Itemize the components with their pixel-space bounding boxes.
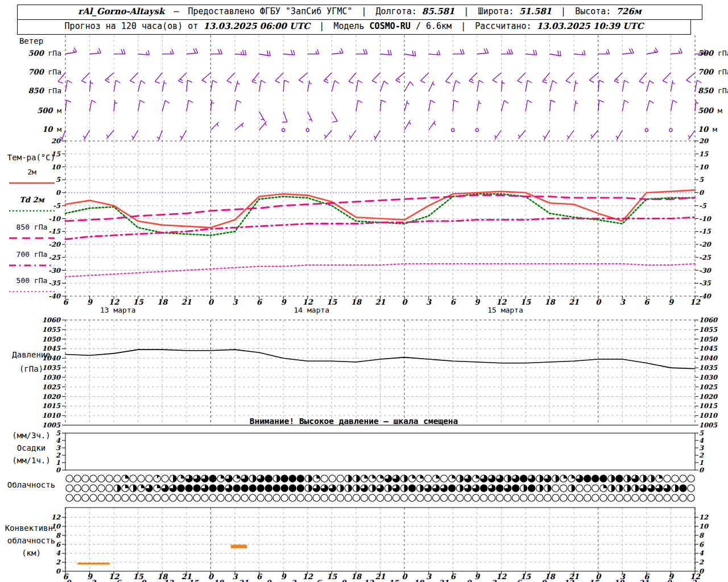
cloud-cover-fill bbox=[348, 485, 351, 492]
barb-feather bbox=[363, 49, 365, 55]
cloud-cover-fill bbox=[133, 485, 136, 492]
barb-half-feather bbox=[407, 103, 409, 105]
cloud-cover-circle bbox=[432, 494, 439, 501]
barb-feather bbox=[179, 81, 183, 83]
cloud-cover-fill bbox=[600, 475, 607, 482]
cloud-cover-circle bbox=[592, 485, 599, 492]
barb-staff bbox=[671, 53, 682, 54]
barb-feather bbox=[396, 80, 400, 83]
barb-staff bbox=[445, 73, 453, 81]
cloud-cover-fill bbox=[635, 485, 639, 492]
cloud-cover-circle bbox=[440, 494, 447, 501]
cloud-cover-circle bbox=[209, 494, 216, 501]
cloud-cover-fill bbox=[659, 475, 663, 479]
wind-barbs-row-3 bbox=[65, 80, 701, 92]
cloud-cover-fill bbox=[357, 485, 360, 492]
precip-unit-1h-label: (мм/1ч.) bbox=[1, 456, 61, 465]
cloud-cover-circle bbox=[66, 494, 73, 501]
barb-half-feather bbox=[73, 50, 75, 52]
barb-staff bbox=[695, 80, 697, 92]
barb-feather bbox=[358, 100, 362, 103]
barb-half-feather bbox=[340, 51, 341, 53]
barb-staff bbox=[65, 80, 68, 92]
forecast-header: Прогноз на 120 часа(ов) от 13.03.2025 06… bbox=[17, 19, 691, 35]
barb-feather bbox=[333, 121, 338, 122]
cloud-cover-circle bbox=[424, 475, 431, 482]
barb-staff bbox=[404, 120, 410, 130]
cloud-cover-fill bbox=[603, 485, 607, 488]
barb-feather bbox=[148, 50, 149, 55]
barb-feather bbox=[551, 100, 555, 102]
barb-feather bbox=[527, 80, 532, 83]
cloud-cover-fill bbox=[241, 485, 248, 492]
cloud-cover-fill bbox=[528, 485, 535, 492]
provider-text: Предоставлено ФГБУ "ЗапСиб УГМС" bbox=[188, 6, 353, 16]
cloud-cover-circle bbox=[177, 494, 184, 501]
barb-feather bbox=[558, 51, 559, 56]
barb-staff bbox=[617, 130, 622, 140]
barb-half-feather bbox=[106, 135, 108, 137]
barb-feather bbox=[560, 51, 561, 56]
cloud-cover-fill bbox=[408, 485, 415, 492]
cloud-cover-fill bbox=[584, 475, 591, 482]
legend-label-t700: 700 гПа bbox=[2, 250, 61, 259]
barb-staff bbox=[663, 73, 671, 81]
cloud-cover-circle bbox=[497, 494, 503, 501]
cloud-cover-circle bbox=[584, 485, 591, 492]
barb-staff bbox=[550, 54, 561, 56]
barb-staff bbox=[574, 54, 585, 55]
legend-line-t2m bbox=[5, 181, 59, 185]
barb-staff bbox=[526, 80, 527, 92]
cloud-cover-circle bbox=[162, 494, 168, 501]
barb-feather bbox=[445, 81, 450, 83]
barb-staff bbox=[332, 53, 343, 54]
barb-feather bbox=[624, 100, 629, 103]
barb-feather bbox=[172, 49, 173, 55]
cloud-cover-fill bbox=[460, 475, 464, 482]
cloud-cover-fill bbox=[297, 475, 304, 482]
wind-barbs-row-2 bbox=[58, 73, 695, 83]
temperature-panel-title: Тем-ра(°C) bbox=[1, 153, 61, 162]
cloud-cover-circle bbox=[130, 475, 136, 482]
calc-label: Рассчитано: bbox=[475, 21, 531, 31]
cloud-cover-circle bbox=[584, 494, 591, 501]
barb-staff bbox=[162, 80, 164, 92]
cloud-cover-circle bbox=[473, 494, 479, 501]
convective-label-3: (км) bbox=[1, 548, 61, 558]
cloud-cover-circle bbox=[512, 494, 519, 501]
barb-staff bbox=[380, 100, 382, 111]
legend-item-t500: 500 гПа bbox=[2, 276, 61, 296]
cloud-cover-fill bbox=[308, 485, 312, 492]
cloud-cover-circle bbox=[273, 494, 280, 501]
barb-staff bbox=[453, 100, 454, 111]
cloud-cover-fill bbox=[209, 485, 216, 492]
cloud-cover-fill bbox=[265, 475, 272, 482]
barb-staff bbox=[211, 100, 212, 111]
barb-staff bbox=[90, 100, 92, 111]
cloud-cover-circle bbox=[130, 494, 136, 501]
legend-line-t700 bbox=[5, 263, 59, 268]
cloud-cover-fill bbox=[592, 475, 599, 482]
barb-staff bbox=[566, 73, 574, 81]
barb-staff bbox=[275, 73, 283, 81]
barb-feather bbox=[511, 49, 512, 55]
barb-staff bbox=[332, 111, 337, 121]
barb-feather bbox=[243, 50, 244, 55]
barb-half-feather bbox=[544, 80, 547, 81]
barb-half-feather bbox=[253, 80, 256, 81]
barb-feather bbox=[697, 80, 702, 83]
barb-feather bbox=[460, 49, 462, 55]
cloud-cover-circle bbox=[193, 494, 200, 501]
barb-staff bbox=[138, 81, 141, 92]
barb-feather bbox=[188, 100, 193, 103]
barb-staff bbox=[526, 100, 527, 111]
wind-barbs-row-4 bbox=[65, 100, 698, 122]
cloud-cover-circle bbox=[90, 475, 97, 482]
barb-feather bbox=[584, 50, 585, 55]
cloud-cover-circle bbox=[688, 485, 694, 492]
barb-feather bbox=[479, 80, 483, 83]
cloud-cover-fill bbox=[281, 475, 288, 482]
cloud-cover-circle bbox=[489, 494, 495, 501]
cloud-cover-fill bbox=[125, 485, 129, 488]
barb-staff bbox=[380, 81, 384, 92]
